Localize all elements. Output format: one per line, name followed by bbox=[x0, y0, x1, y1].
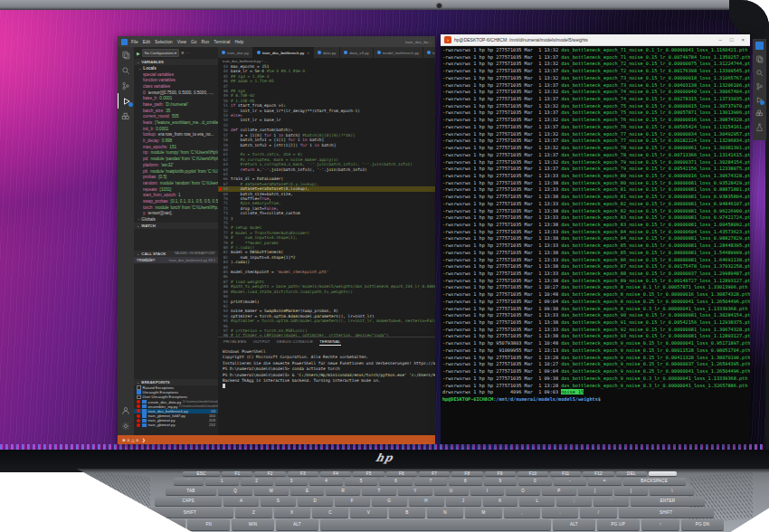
variable-row[interactable]: swap_probas:[0.1, 0.1, 0.1, 0.5, 0.5, 0.… bbox=[134, 198, 218, 204]
variable-row[interactable]: feats:['feature_exorbitant_me...d_crinkl… bbox=[134, 119, 218, 126]
menu-item-terminal[interactable]: Terminal bbox=[214, 40, 230, 44]
panel-tab-output[interactable]: OUTPUT bbox=[253, 339, 271, 346]
checkbox[interactable] bbox=[137, 395, 141, 400]
call-stack-section-header[interactable]: ⌄CALL STACKPAUSED ON BREAKPOINT bbox=[134, 251, 218, 257]
variables-scope[interactable]: ⌄Locals bbox=[134, 65, 218, 71]
editor-tab[interactable]: model_bottleneck.py bbox=[374, 47, 423, 58]
menu-item-help[interactable]: Help bbox=[234, 40, 243, 44]
checkbox[interactable] bbox=[137, 385, 141, 390]
checkbox[interactable] bbox=[142, 413, 147, 418]
key-j: J bbox=[446, 497, 481, 507]
variable-row[interactable]: current_round:505 bbox=[134, 114, 218, 120]
close-button[interactable]: × bbox=[741, 37, 745, 43]
watch-section-header[interactable]: ⌄WATCH bbox=[134, 223, 218, 229]
extensions-icon[interactable] bbox=[753, 107, 766, 120]
explorer-icon[interactable] bbox=[753, 52, 766, 66]
editor-tab[interactable]: train_das.py bbox=[218, 47, 253, 58]
variable-row[interactable]: probas:[0.5] bbox=[134, 174, 218, 180]
key-f: F bbox=[335, 497, 370, 507]
file-name: das_bottleneck_epoch_8_noise_0.1_lr_0.00… bbox=[561, 284, 747, 290]
variable-row[interactable]: init_lr:0.0001 bbox=[134, 126, 218, 132]
account-icon[interactable] bbox=[118, 403, 134, 418]
terminal-title-bar[interactable]: › hp@DESKTOP-6ICH8CM: /mnt/d/numerai/mod… bbox=[441, 34, 750, 46]
run-debug-icon[interactable] bbox=[118, 93, 135, 109]
menu-item-view[interactable]: View bbox=[177, 40, 186, 44]
settings-gear-icon[interactable] bbox=[118, 418, 134, 433]
status-bar[interactable]: ⊗0 △0 ❯ bbox=[118, 435, 435, 444]
key-o: O bbox=[506, 487, 540, 496]
menu-item-go[interactable]: Go bbox=[191, 40, 196, 44]
variable-row[interactable]: batch_size:35 bbox=[134, 108, 218, 114]
source-control-icon[interactable] bbox=[118, 78, 134, 93]
variable-row[interactable]: lr_decay:0.998 bbox=[134, 138, 218, 144]
listing-row: -rwxrwxrwx 1 hp hp 277571035 Mar 1 13:37… bbox=[442, 124, 750, 131]
menu-item-run[interactable]: Run bbox=[201, 40, 209, 44]
panel-tab-debug-console[interactable]: DEBUG CONSOLE bbox=[277, 339, 313, 346]
variable-row[interactable]: base_path:'D:/numerai/' bbox=[134, 101, 218, 108]
minimize-button[interactable]: – bbox=[719, 37, 722, 43]
debug-more-icon[interactable]: ··· bbox=[186, 51, 190, 55]
search-icon[interactable] bbox=[753, 66, 766, 80]
variable-row[interactable]: plt:module 'matplotlib.pyplot' from 'C:\… bbox=[134, 168, 218, 175]
terminal-listing[interactable]: -rwxrwxrwx 1 hp hp 277571035 Mar 1 13:32… bbox=[441, 46, 750, 444]
variable-row[interactable]: max_epochs:151 bbox=[134, 144, 218, 150]
variable-row[interactable]: repeats:[1031] bbox=[134, 186, 218, 193]
close-tab-icon[interactable]: × bbox=[307, 51, 309, 55]
variable-row[interactable]: class variables bbox=[134, 83, 218, 90]
checkbox[interactable] bbox=[142, 400, 147, 404]
breakpoint-dot bbox=[137, 419, 140, 423]
variable-row[interactable]: random:module 'random' from 'C:\\Users\\… bbox=[134, 180, 218, 186]
panel-tab-terminal[interactable]: TERMINAL bbox=[319, 339, 341, 346]
key-: ' bbox=[593, 497, 629, 507]
testing-beaker-icon[interactable] bbox=[753, 120, 766, 134]
variable-row[interactable]: np:module 'numpy' from 'C:\\Users\\Hp\\m… bbox=[134, 150, 218, 157]
globals-scope[interactable]: ›Globals bbox=[134, 216, 218, 223]
checkbox[interactable] bbox=[137, 390, 141, 394]
menu-item-edit[interactable]: Edit bbox=[143, 40, 150, 44]
wsl-terminal-window[interactable]: › hp@DESKTOP-6ICH8CM: /mnt/d/numerai/mod… bbox=[441, 34, 750, 444]
extensions-icon[interactable] bbox=[118, 109, 134, 124]
variable-row[interactable]: function variables bbox=[134, 77, 218, 83]
checkbox[interactable] bbox=[142, 409, 147, 413]
debug-config-dropdown[interactable]: No Configurations ▾ bbox=[142, 49, 179, 57]
code-lines[interactable]: 43max_epochs = 15144base_lr = 5e-4 #1e-3… bbox=[218, 64, 435, 348]
breadcrumb[interactable]: train_das_bottleneck.py › ... bbox=[218, 58, 435, 64]
integrated-terminal-output[interactable]: Windows PowerShellCopyright (C) Microsof… bbox=[218, 347, 435, 392]
variable-row[interactable]: 0:tensor([[0.7500, 0.5000, 0.5000, ..., bbox=[134, 90, 218, 96]
variable-row[interactable]: torch:module 'torch' from 'C:\\Users\\Hp… bbox=[134, 204, 218, 211]
checkbox[interactable] bbox=[142, 423, 147, 428]
editor-tab[interactable]: train_gbm bbox=[423, 47, 435, 58]
search-icon[interactable] bbox=[118, 62, 134, 78]
editor-tab[interactable]: train_das_bottleneck.py× bbox=[253, 47, 314, 58]
file-name: das_bottleneck_epoch_8_noise_0.3_lr_0.00… bbox=[561, 306, 747, 311]
variables-section-header[interactable]: ⌄VARIABLES bbox=[134, 59, 218, 65]
checkbox[interactable] bbox=[142, 419, 147, 423]
variable-row[interactable]: pd:module 'pandas' from 'C:\\Users\\Hp\\… bbox=[134, 156, 218, 162]
variable-row[interactable]: lookup:era row_from row_to era_no... bbox=[134, 132, 218, 138]
vscode-window[interactable]: FileEditSelectionViewGoRunTerminalHelp t… bbox=[118, 36, 435, 444]
call-stack-frame[interactable]: <module> train_das_bottleneck.py 68:1 bbox=[134, 257, 218, 263]
breakpoint-file-row[interactable]: train_gbmnet.py232 bbox=[134, 423, 218, 427]
source-control-icon[interactable] bbox=[753, 80, 766, 93]
start-debug-icon[interactable]: ▶ bbox=[137, 51, 140, 56]
editor-tab[interactable]: data_v3.py bbox=[340, 47, 373, 58]
vscode-title-bar[interactable]: FileEditSelectionViewGoRunTerminalHelp t… bbox=[118, 36, 435, 47]
explorer-icon[interactable] bbox=[118, 47, 134, 62]
editor-tab[interactable]: data.py bbox=[314, 47, 340, 58]
editor-area[interactable]: train_das.pytrain_das_bottleneck.py×data… bbox=[218, 47, 435, 435]
debug-gear-icon[interactable]: ⚙ bbox=[181, 51, 185, 55]
checkbox[interactable] bbox=[142, 404, 147, 409]
variable-row[interactable]: start_from_epoch:1 bbox=[134, 192, 218, 198]
run-debug-icon[interactable] bbox=[753, 93, 766, 107]
variable-row[interactable]: platform:'win32' bbox=[134, 162, 218, 168]
variable-row[interactable]: special variables bbox=[134, 71, 218, 78]
variable-row[interactable]: y:tensor([[nan], bbox=[134, 211, 218, 217]
menu-item-selection[interactable]: Selection bbox=[155, 40, 173, 44]
panel-tab-problems[interactable]: PROBLEMS bbox=[223, 339, 247, 346]
menu-item-file[interactable]: File bbox=[131, 40, 138, 44]
maximize-button[interactable]: □ bbox=[730, 37, 734, 43]
breakpoints-section-header[interactable]: ⌄BREAKPOINTS bbox=[134, 379, 218, 385]
variable-row[interactable]: base_lr:0.0001 bbox=[134, 95, 218, 101]
problems-status[interactable]: ⊗0 △0 bbox=[122, 438, 138, 442]
file-name: das_bottleneck_epoch_73_noise_0.15_lr_0.… bbox=[561, 82, 750, 88]
